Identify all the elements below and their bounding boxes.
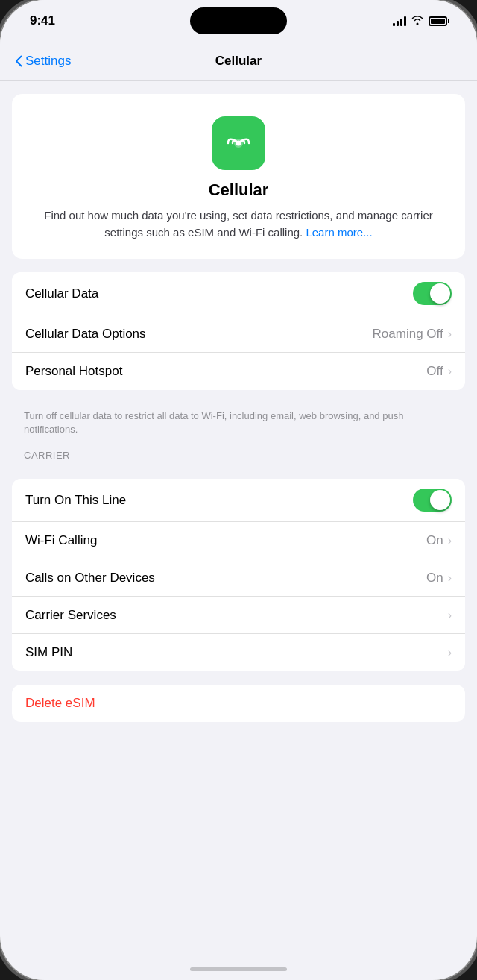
phone-frame: 9:41: [0, 0, 477, 980]
signal-bars-icon: [393, 16, 406, 26]
scroll-content[interactable]: Cellular Find out how much data you're u…: [0, 81, 477, 980]
turn-on-line-label: Turn On This Line: [25, 493, 126, 508]
cellular-signal-icon: [222, 127, 255, 160]
battery-icon: [429, 16, 447, 26]
sim-pin-row[interactable]: SIM PIN ›: [12, 634, 465, 671]
home-indicator: [190, 967, 287, 971]
cellular-data-label: Cellular Data: [25, 286, 98, 301]
turn-on-line-toggle[interactable]: [413, 489, 452, 512]
cellular-data-toggle[interactable]: [413, 282, 452, 305]
calls-other-devices-label: Calls on Other Devices: [25, 571, 155, 585]
sim-pin-label: SIM PIN: [25, 645, 72, 660]
status-icons: [393, 15, 447, 27]
hero-description: Find out how much data you're using, set…: [30, 207, 447, 241]
nav-bar: Settings Cellular: [0, 42, 477, 81]
carrier-services-label: Carrier Services: [25, 608, 116, 623]
personal-hotspot-row[interactable]: Personal Hotspot Off ›: [12, 353, 465, 390]
cellular-data-row[interactable]: Cellular Data: [12, 272, 465, 315]
dynamic-island: [190, 7, 287, 34]
delete-esim-row[interactable]: Delete eSIM: [12, 685, 465, 722]
delete-esim-section: Delete eSIM: [12, 685, 465, 722]
chevron-icon: ›: [448, 571, 452, 585]
chevron-icon: ›: [448, 327, 452, 341]
wifi-calling-row[interactable]: Wi-Fi Calling On ›: [12, 522, 465, 559]
hero-card: Cellular Find out how much data you're u…: [12, 94, 465, 259]
phone-screen: 9:41: [0, 0, 477, 980]
carrier-services-row[interactable]: Carrier Services ›: [12, 597, 465, 634]
calls-other-devices-row[interactable]: Calls on Other Devices On ›: [12, 559, 465, 597]
wifi-calling-label: Wi-Fi Calling: [25, 533, 97, 548]
toggle-knob: [430, 490, 450, 510]
carrier-services-value: ›: [448, 609, 452, 622]
sim-pin-value: ›: [448, 646, 452, 659]
hero-icon-container: [212, 116, 265, 170]
personal-hotspot-label: Personal Hotspot: [25, 364, 122, 379]
calls-other-devices-value: On ›: [426, 571, 452, 585]
cellular-data-options-row[interactable]: Cellular Data Options Roaming Off ›: [12, 315, 465, 353]
carrier-section-header: CARRIER: [0, 439, 477, 465]
cellular-data-options-value: Roaming Off ›: [373, 327, 452, 342]
toggle-knob: [430, 283, 450, 304]
hero-title: Cellular: [209, 180, 269, 200]
chevron-icon: ›: [448, 646, 452, 659]
delete-esim-label: Delete eSIM: [25, 696, 95, 711]
learn-more-link[interactable]: Learn more...: [306, 226, 372, 239]
data-section-caption: Turn off cellular data to restrict all d…: [0, 403, 477, 439]
carrier-settings-section: Turn On This Line Wi-Fi Calling On › Cal…: [12, 479, 465, 671]
chevron-icon: ›: [448, 609, 452, 622]
turn-on-line-row[interactable]: Turn On This Line: [12, 479, 465, 522]
wifi-icon: [411, 15, 423, 27]
page-title: Cellular: [215, 54, 262, 69]
status-time: 9:41: [30, 13, 55, 28]
chevron-icon: ›: [448, 534, 452, 547]
data-settings-section: Cellular Data Cellular Data Options Roam…: [12, 272, 465, 390]
cellular-data-options-label: Cellular Data Options: [25, 327, 146, 342]
personal-hotspot-value: Off ›: [426, 364, 452, 379]
wifi-calling-value: On ›: [426, 533, 452, 548]
chevron-icon: ›: [448, 365, 452, 378]
back-button[interactable]: Settings: [15, 54, 71, 69]
status-bar: 9:41: [0, 0, 477, 42]
